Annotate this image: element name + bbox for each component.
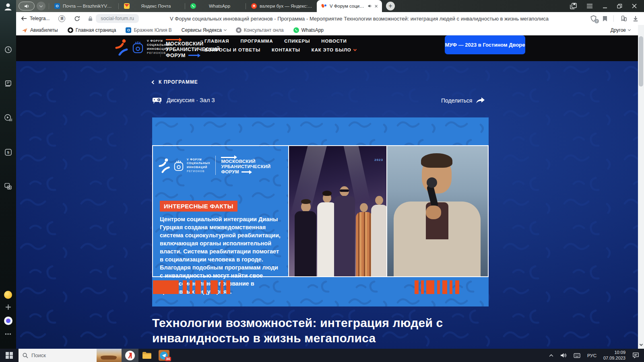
yellow-app-icon[interactable] — [0, 289, 16, 301]
performer-head — [375, 196, 383, 205]
volume-icon[interactable] — [560, 353, 567, 358]
new-tab-button[interactable]: + — [386, 2, 395, 10]
search-icon — [23, 353, 28, 358]
touch-keyboard-icon[interactable] — [574, 353, 580, 358]
feed-pages-icon[interactable] — [0, 78, 16, 90]
more-options-icon[interactable] — [0, 328, 16, 340]
nav-kak-eto-bylo[interactable]: КАК ЭТО БЫЛО — [312, 47, 356, 52]
barcode-right — [415, 280, 459, 294]
tab-mail-outlook[interactable]: O Почта — BrazhnikYV@soc — [50, 0, 118, 12]
forum-hand-icon — [174, 160, 184, 171]
projector-icon — [152, 97, 162, 104]
muf-2023-button[interactable]: МУФ — 2023 в Гостином Дворе — [445, 35, 525, 54]
address-bar: Telegra... Я social-forum.ru V Форум соц… — [16, 12, 644, 25]
tab-yandex-search[interactable]: Я валери бух — Яндекс: наш — [247, 0, 317, 12]
share-button[interactable]: Поделиться — [441, 97, 485, 104]
search-placeholder: Поиск — [31, 352, 46, 358]
scrollbar-down-button[interactable] — [638, 342, 644, 348]
taskbar-file-explorer[interactable] — [138, 349, 155, 362]
audio-options-chevron[interactable] — [37, 2, 45, 10]
tab-counter-icon[interactable]: 5 — [0, 146, 16, 158]
video-frame: V ФОРУМ СОЦИАЛЬНЫХ ИННОВАЦИЙ РЕГИОНОВ МО… — [152, 145, 489, 277]
taskbar-yandex-browser[interactable] — [122, 349, 138, 362]
forum-hand-icon — [132, 41, 143, 53]
photo-performers: 2023 — [288, 146, 387, 276]
video-logos: V ФОРУМ СОЦИАЛЬНЫХ ИННОВАЦИЙ РЕГИОНОВ МО… — [159, 156, 270, 175]
bookmark-home[interactable]: Главная страница — [68, 27, 116, 33]
tab-divider — [185, 3, 185, 9]
tab-divider — [246, 3, 246, 9]
bookmarks-other-button[interactable]: Другое — [611, 27, 630, 33]
download-icon[interactable] — [633, 16, 638, 22]
reload-icon[interactable] — [74, 16, 80, 22]
nav-kontakty[interactable]: КОНТАКТЫ — [272, 47, 300, 52]
media-player-icon[interactable] — [0, 112, 16, 124]
restore-icon[interactable] — [617, 4, 622, 8]
alice-assistant-icon[interactable] — [0, 315, 16, 327]
bookmark-aviabilety[interactable]: Авиабилеты — [22, 27, 58, 33]
chevron-down-icon — [353, 47, 356, 51]
back-to-program-link[interactable]: К ПРОГРАММЕ — [152, 79, 198, 85]
bookmark-consultant[interactable]: Консультант онла — [236, 27, 284, 33]
taskbar-search[interactable]: Поиск — [19, 349, 122, 362]
speaker-hair — [421, 153, 452, 168]
profile-avatar-icon[interactable] — [0, 1, 16, 13]
web-page: V ФОРУМ СОЦИАЛЬНЫХ ИННОВАЦИЙ РЕГИОНОВ МО… — [16, 35, 638, 349]
panels-icon[interactable] — [570, 3, 577, 9]
tab-whatsapp[interactable]: WhatsApp — [186, 0, 245, 12]
back-button[interactable]: Telegra... — [21, 16, 50, 21]
minimize-icon[interactable] — [603, 4, 607, 8]
language-indicator[interactable]: РУС — [587, 353, 597, 358]
chevron-down-icon — [224, 28, 227, 31]
adblock-shield-icon[interactable]: 2 — [590, 15, 597, 22]
tab-yandex-mail[interactable]: Яндекс Почта — [120, 0, 184, 12]
video-year-label: 2023 — [374, 158, 383, 162]
menu-icon[interactable] — [586, 4, 593, 8]
clock[interactable]: 10:09 07.09.2023 — [603, 350, 625, 361]
performer-suit — [334, 196, 355, 276]
hidden-icons-chevron[interactable] — [549, 354, 553, 357]
close-window-icon[interactable] — [632, 4, 637, 8]
session-info: Дискуссия · Зал 3 — [152, 97, 215, 104]
nav-voprosy[interactable]: ВОПРОСЫ И ОТВЕТЫ — [204, 47, 260, 52]
taskbar: Поиск 34 РУС — [0, 349, 644, 362]
screenshot-icon[interactable] — [0, 180, 16, 192]
nav-novosti[interactable]: НОВОСТИ — [321, 39, 347, 43]
screen: 5 O Почта — BrazhnikYV@soc — [0, 0, 644, 362]
lock-icon[interactable] — [88, 16, 93, 21]
taskbar-telegram[interactable]: 34 — [155, 349, 172, 362]
tab-audio-icon — [368, 4, 372, 8]
scrollbar[interactable] — [638, 25, 644, 349]
add-panel-icon[interactable] — [0, 301, 16, 313]
bookmark-whatsapp[interactable]: WhatsApp — [293, 27, 324, 33]
session-label: Дискуссия · Зал 3 — [167, 97, 215, 103]
yandex-services-icon[interactable]: Я — [58, 15, 65, 22]
url-field[interactable]: social-forum.ru — [96, 14, 139, 23]
forum-logo-text: V ФОРУМ СОЦИАЛЬНЫХ ИННОВАЦИЙ РЕГИОНОВ — [187, 158, 210, 173]
forum-logo[interactable]: V ФОРУМ СОЦИАЛЬНЫХ ИННОВАЦИЙ РЕГИОНОВ — [115, 39, 172, 56]
bookmark-flag-icon[interactable] — [603, 16, 607, 22]
nav-spikery[interactable]: СПИКЕРЫ — [284, 39, 310, 43]
browser-side-rail: 5 — [0, 0, 16, 349]
performer-white-shirt — [371, 205, 387, 276]
nav-glavnaya[interactable]: ГЛАВНАЯ — [204, 39, 229, 43]
bookmark-outlook-contact[interactable]: O Бражник Юлия В — [126, 27, 171, 33]
consultant-icon — [236, 27, 242, 33]
tab-close-icon[interactable] — [375, 4, 378, 8]
scrollbar-thumb[interactable] — [639, 36, 643, 86]
action-center-icon[interactable] — [632, 352, 639, 358]
search-highlight-image[interactable] — [97, 349, 122, 362]
logo-divider — [215, 156, 216, 175]
page-body: К ПРОГРАММЕ Дискуссия · Зал 3 Поделиться — [16, 61, 638, 349]
collections-icon[interactable] — [620, 16, 627, 22]
bookmark-yandex-services[interactable]: Сервисы Яндекса — [182, 27, 226, 33]
tab-forum-active[interactable]: V Форум социальны — [317, 0, 382, 12]
history-icon[interactable] — [0, 43, 16, 56]
video-player[interactable]: V ФОРУМ СОЦИАЛЬНЫХ ИННОВАЦИЙ РЕГИОНОВ МО… — [152, 117, 489, 306]
header-divider — [160, 39, 161, 57]
time: 10:09 — [603, 350, 625, 356]
nav-programma[interactable]: ПРОГРАММА — [240, 39, 273, 43]
start-button[interactable] — [0, 349, 19, 362]
tab-audio-mute-button[interactable] — [19, 2, 35, 10]
folder-icon — [142, 352, 152, 359]
